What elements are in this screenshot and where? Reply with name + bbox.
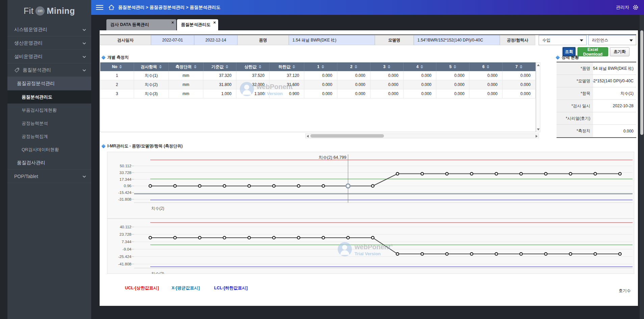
data-point-10[interactable] (396, 172, 399, 175)
sort-icon[interactable] (226, 65, 228, 68)
process-select[interactable]: 수입 (539, 35, 587, 45)
sidebar-item-10[interactable]: 품질검사관리 (7, 156, 91, 170)
column-header-10[interactable]: 5 (436, 62, 469, 71)
sidebar-item-11[interactable]: POP/Tablet (7, 170, 91, 183)
sidebar-item-0[interactable]: 시스템운영관리 (7, 23, 91, 36)
sidebar-item-5[interactable]: 품질분석관리도 (7, 90, 91, 104)
tab-1[interactable]: 품질분석관리도× (177, 19, 218, 30)
sort-icon[interactable] (420, 65, 423, 68)
data-point-8[interactable] (347, 236, 350, 239)
data-point-15[interactable] (520, 172, 522, 175)
data-point-18[interactable] (594, 253, 597, 255)
sort-icon[interactable] (159, 65, 162, 68)
column-header-12[interactable]: 7 (503, 62, 536, 71)
data-point-1[interactable] (174, 236, 176, 239)
sort-icon[interactable] (194, 65, 197, 68)
scrollbar-thumb[interactable] (640, 30, 643, 135)
data-point-17[interactable] (569, 253, 572, 255)
data-point-2[interactable] (198, 184, 201, 187)
column-header-11[interactable]: 6 (469, 62, 503, 71)
sort-icon[interactable] (292, 65, 295, 68)
table-horizontal-scrollbar[interactable] (305, 134, 539, 138)
data-point-16[interactable] (544, 253, 547, 255)
sidebar-item-4[interactable]: 품질공정분석관리 (7, 77, 91, 90)
data-point-9[interactable] (371, 184, 374, 187)
column-header-9[interactable]: 4 (404, 62, 437, 71)
sort-icon[interactable] (119, 65, 122, 68)
scroll-right-icon[interactable] (536, 135, 538, 138)
data-point-13[interactable] (470, 172, 473, 175)
data-point-4[interactable] (248, 236, 251, 239)
sort-icon[interactable] (388, 65, 390, 68)
data-point-14[interactable] (495, 253, 498, 255)
sort-icon[interactable] (487, 65, 489, 68)
sidebar-item-2[interactable]: 설비운영관리 (7, 50, 91, 63)
partner-select[interactable]: 라인언스 (588, 35, 636, 45)
column-header-3[interactable]: 기준값 (204, 62, 237, 71)
sidebar-item-1[interactable]: 생산운영관리 (7, 36, 91, 50)
data-point-8[interactable] (346, 184, 350, 188)
data-point-6[interactable] (297, 236, 300, 239)
scroll-up-icon[interactable] (537, 64, 540, 66)
sort-icon[interactable] (520, 65, 522, 68)
column-header-1[interactable]: 검사항목 (134, 62, 169, 71)
date-to-input[interactable]: 2022-12-14 (194, 35, 237, 45)
sidebar-item-3[interactable]: 품질분석관리 (7, 63, 91, 77)
column-header-0[interactable]: No (100, 62, 134, 71)
data-point-14[interactable] (495, 172, 498, 175)
table-row[interactable]: 3치수(3)mm1.0001.1000.9000.0000.0000.0000.… (100, 89, 536, 98)
data-point-4[interactable] (248, 184, 251, 187)
column-header-2[interactable]: 측정단위 (169, 62, 204, 71)
data-point-11[interactable] (421, 172, 423, 175)
data-point-2[interactable] (198, 236, 201, 239)
sidebar-item-7[interactable]: 공정능력분석 (7, 117, 91, 130)
column-header-5[interactable]: 하한값 (269, 62, 304, 71)
data-point-18[interactable] (594, 172, 597, 175)
data-point-6[interactable] (297, 184, 300, 187)
data-point-12[interactable] (445, 253, 448, 255)
home-icon[interactable] (108, 4, 115, 11)
data-point-0[interactable] (149, 236, 152, 239)
sidebar-item-8[interactable]: 공정능력집계 (7, 130, 91, 143)
hamburger-menu-icon[interactable] (96, 4, 103, 11)
model-name-input[interactable]: 1.54"/BWR/152*152(140 DPI)/0-40C (414, 35, 500, 45)
column-header-6[interactable]: 1 (304, 62, 337, 71)
data-point-3[interactable] (223, 236, 226, 239)
scrollbar-thumb[interactable] (310, 134, 384, 138)
data-point-13[interactable] (470, 253, 473, 255)
data-point-19[interactable] (619, 172, 621, 175)
table-vertical-scrollbar[interactable] (536, 62, 540, 132)
data-point-7[interactable] (322, 236, 325, 239)
data-point-0[interactable] (149, 184, 152, 187)
sort-icon[interactable] (454, 65, 456, 68)
sidebar-item-6[interactable]: 부품검사집계현황 (7, 104, 91, 117)
excel-download-button[interactable]: Excel Download (577, 47, 608, 56)
close-icon[interactable]: × (171, 20, 174, 25)
table-row[interactable]: 1치수(1)mm37.32037.52037.1200.0000.0000.00… (100, 71, 536, 80)
data-point-11[interactable] (421, 253, 423, 255)
scroll-down-icon[interactable] (537, 128, 540, 130)
data-point-1[interactable] (174, 184, 176, 187)
table-row[interactable]: 2치수(2)mm31.80032.00031.6000.0000.0000.00… (100, 80, 536, 89)
data-point-7[interactable] (322, 184, 325, 187)
data-point-16[interactable] (544, 172, 547, 175)
column-header-8[interactable]: 3 (370, 62, 404, 71)
tab-0[interactable]: 검사 DATA 등록관리× (106, 19, 176, 30)
data-point-9[interactable] (371, 236, 374, 239)
data-point-17[interactable] (569, 172, 572, 175)
data-point-3[interactable] (223, 184, 226, 187)
page-vertical-scrollbar[interactable] (640, 15, 644, 319)
sort-icon[interactable] (259, 65, 261, 68)
data-point-12[interactable] (445, 172, 448, 175)
gear-icon[interactable] (633, 4, 639, 10)
data-point-19[interactable] (619, 253, 621, 255)
column-header-4[interactable]: 상한값 (236, 62, 269, 71)
close-icon[interactable]: × (213, 20, 216, 25)
data-point-10[interactable] (396, 253, 399, 255)
date-from-input[interactable]: 2022-07-01 (151, 35, 194, 45)
data-point-5[interactable] (273, 236, 275, 239)
sort-icon[interactable] (321, 65, 324, 68)
sort-icon[interactable] (355, 65, 357, 68)
scroll-left-icon[interactable] (307, 135, 309, 138)
data-point-15[interactable] (520, 253, 522, 255)
